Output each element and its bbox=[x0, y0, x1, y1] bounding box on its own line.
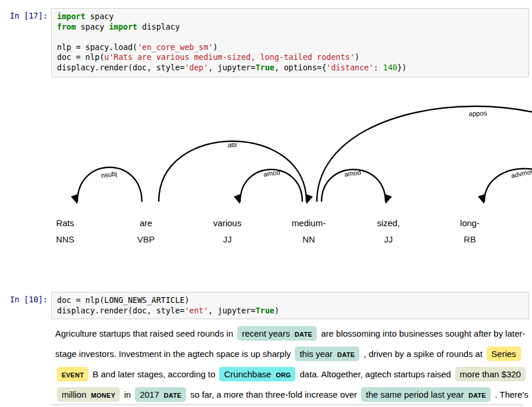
ner-plain-text: are blossoming into businesses sought af… bbox=[319, 329, 525, 338]
cell2-input-prompt: In [10]: bbox=[0, 295, 48, 304]
code-line: doc = nlp(LONG_NEWS_ARTICLE) bbox=[57, 295, 529, 306]
jupyter-notebook: In [17]: import spacyfrom spacy import d… bbox=[0, 0, 532, 407]
dep-word: medium- bbox=[292, 218, 326, 228]
dep-arrowhead-icon bbox=[303, 194, 313, 205]
entity-badge-date: the same period last yearDATE bbox=[361, 387, 491, 402]
dep-arrowhead-icon bbox=[234, 194, 244, 205]
code-line bbox=[57, 32, 529, 42]
entity-type-label: DATE bbox=[295, 331, 312, 338]
dependency-parse-svg: nsubjattramodamodapposadvmodRatsNNSareVB… bbox=[0, 87, 532, 256]
entity-badge-date: this yearDATE bbox=[295, 347, 359, 361]
entity-badge-event: Series bbox=[487, 347, 521, 361]
dep-arc-label: nsubj bbox=[101, 170, 117, 179]
entity-badge-date: 2017DATE bbox=[135, 387, 186, 402]
dep-arrowhead-icon bbox=[71, 194, 81, 205]
ner-text-line: stage investors. Investment in the agtec… bbox=[55, 344, 531, 364]
dep-pos-tag: JJ bbox=[223, 234, 232, 244]
dependency-parse-output: nsubjattramodamodapposadvmodRatsNNSareVB… bbox=[0, 87, 532, 256]
cell1-code-editor[interactable]: import spacyfrom spacy import displacy n… bbox=[51, 8, 529, 77]
entity-text: the same period last year bbox=[366, 390, 463, 399]
entity-badge-money: more than $320 bbox=[455, 367, 526, 381]
dep-pos-tag: NNS bbox=[56, 234, 74, 244]
ner-text-line: Agriculture startups that raised seed ro… bbox=[55, 323, 531, 344]
entity-type-label: DATE bbox=[337, 351, 355, 358]
entity-text: million bbox=[62, 390, 87, 399]
dep-arrowhead-icon bbox=[382, 194, 392, 205]
entity-badge-money: millionMONEY bbox=[57, 387, 120, 402]
dep-word: various bbox=[213, 218, 241, 228]
dep-pos-tag: JJ bbox=[384, 234, 393, 244]
dep-word: are bbox=[140, 218, 152, 228]
entity-type-label: EVENT bbox=[62, 372, 84, 379]
code-line: import spacy bbox=[57, 12, 529, 22]
code-line: displacy.render(doc, style='dep', jupyte… bbox=[57, 63, 529, 73]
dep-arc bbox=[317, 106, 532, 202]
entity-badge-org: CrunchbaseORG bbox=[219, 367, 295, 381]
dep-arrowhead-icon bbox=[478, 194, 488, 205]
ner-plain-text: in bbox=[122, 390, 133, 399]
ner-plain-text: . There's bbox=[492, 390, 529, 399]
code-line: from spacy import displacy bbox=[57, 22, 529, 33]
cell1-input-prompt: In [17]: bbox=[0, 11, 48, 20]
dep-arc-label: amod bbox=[344, 169, 361, 178]
code-line: doc = nlp(u'Rats are various medium-size… bbox=[57, 52, 529, 63]
dep-word: sized, bbox=[377, 218, 399, 228]
entity-text: Crunchbase bbox=[224, 369, 271, 379]
ner-plain-text: stage investors. Investment in the agtec… bbox=[55, 349, 293, 359]
entity-type-label: DATE bbox=[164, 392, 181, 399]
ner-plain-text: Agriculture startups that raised seed ro… bbox=[55, 329, 235, 338]
entity-type-label: ORG bbox=[276, 372, 291, 379]
cell2-code-editor[interactable]: doc = nlp(LONG_NEWS_ARTICLE)displacy.ren… bbox=[51, 292, 529, 319]
code-line: nlp = spacy.load('en_core_web_sm') bbox=[57, 42, 529, 53]
entity-type-label: DATE bbox=[469, 392, 486, 399]
dep-word: long- bbox=[460, 218, 479, 228]
ner-plain-text: data. Altogether, agtech startups raised bbox=[297, 369, 454, 379]
ner-plain-text: B and later stages, according to bbox=[90, 369, 217, 379]
dep-pos-tag: RB bbox=[464, 234, 476, 244]
entity-badge-date: recent yearsDATE bbox=[237, 326, 317, 341]
dep-arc-label: amod bbox=[263, 169, 280, 178]
entity-text: more than $320 bbox=[460, 369, 521, 379]
code-line: displacy.render(doc, style='ent', jupyte… bbox=[57, 306, 529, 316]
dep-arc-label: attr bbox=[227, 141, 237, 149]
entity-text: Series bbox=[491, 349, 516, 359]
ner-output: Agriculture startups that raised seed ro… bbox=[55, 323, 531, 405]
entity-badge-event: EVENT bbox=[57, 367, 88, 381]
entity-text: recent years bbox=[242, 329, 290, 338]
next-cell-top-edge bbox=[51, 404, 523, 407]
entity-text: this year bbox=[299, 349, 333, 359]
ner-plain-text: so far, a more than three-fold increase … bbox=[188, 390, 359, 399]
dep-pos-tag: VBP bbox=[137, 234, 155, 244]
dep-word: Rats bbox=[56, 218, 74, 228]
entity-type-label: MONEY bbox=[91, 392, 116, 399]
ner-plain-text: , driven by a spike of rounds at bbox=[361, 349, 485, 359]
ner-text-line: EVENT B and later stages, according to C… bbox=[55, 364, 531, 384]
ner-text-line: millionMONEY in 2017DATE so far, a more … bbox=[55, 384, 531, 405]
dep-arc-label: appos bbox=[469, 109, 487, 117]
entity-text: 2017 bbox=[140, 390, 159, 399]
dep-pos-tag: NN bbox=[302, 234, 315, 244]
